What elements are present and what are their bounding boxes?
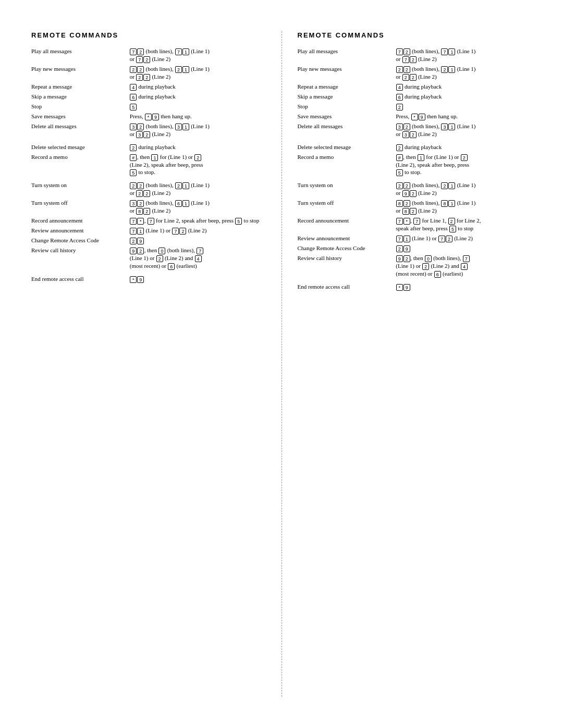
command-action: Delete selected mesage	[31, 142, 130, 152]
command-keys: 22 (both lines), 21 (Line 1)or 92 (Line …	[396, 180, 532, 198]
command-keys: *9	[130, 274, 266, 284]
command-keys: 71 (Line 1) or 72 (Line 2)	[396, 233, 532, 243]
right-column: REMOTE COMMANDS Play all messages72 (bot…	[287, 31, 543, 697]
command-keys: 71 (Line 1) or 72 (Line 2)	[130, 226, 266, 236]
command-row: Stop2	[298, 102, 532, 112]
command-row: End remote access call*9	[31, 274, 266, 284]
command-row: Record a memo#, then 1 for (Line 1) or 2…	[31, 152, 266, 178]
command-action: Play all messages	[298, 46, 396, 64]
command-action: Stop	[298, 102, 396, 112]
command-row: Change Remote Access Code29	[31, 236, 266, 245]
page: REMOTE COMMANDS Play all messages72 (bot…	[0, 0, 563, 728]
command-action: Turn system off	[298, 198, 396, 216]
command-row: Repeat a message4 during playback	[298, 82, 532, 92]
command-action: Turn system on	[31, 180, 130, 198]
command-action: Review announcement	[298, 233, 396, 243]
command-keys: 7*, 7 for Line 2, speak after beep, pres…	[130, 216, 266, 226]
command-action: Skip a message	[298, 92, 396, 102]
command-action: Review announcement	[31, 226, 130, 236]
command-keys: *9	[396, 282, 532, 292]
command-action: Play new messages	[298, 64, 396, 82]
command-keys: 92, then 0 (both lines), 7(Line 1) or 2 …	[396, 253, 532, 279]
command-keys: 29	[130, 236, 266, 245]
command-row: Turn system on22 (both lines), 21 (Line …	[298, 180, 532, 198]
command-keys: 6 during playback	[130, 92, 266, 102]
command-action: Turn system off	[31, 198, 130, 216]
command-action: Record a memo	[298, 152, 396, 178]
command-keys: 32 (both lines), 31 (Line 1)or 32 (Line …	[396, 121, 532, 139]
command-keys: 22 (both lines), 21 (Line 1)or 22 (Line …	[130, 64, 266, 82]
command-action: Delete all messages	[298, 121, 396, 139]
command-row: Turn system off82 (both lines), 81 (Line…	[298, 198, 532, 216]
command-row: Review announcement71 (Line 1) or 72 (Li…	[298, 233, 532, 243]
command-row: Stop5	[31, 102, 266, 112]
command-action: Delete all messages	[31, 121, 130, 139]
command-row: Turn system on22 (both lines), 21 (Line …	[31, 180, 266, 198]
command-keys: Press, *9 then hang up.	[130, 112, 266, 121]
command-row: Delete selected mesage2 during playback	[298, 142, 532, 152]
command-action: Save messages	[298, 112, 396, 121]
right-command-table: Play all messages72 (both lines), 71 (Li…	[298, 46, 532, 292]
command-row: Play new messages22 (both lines), 21 (Li…	[31, 64, 266, 82]
left-column: REMOTE COMMANDS Play all messages72 (bot…	[21, 31, 276, 697]
command-action: Change Remote Access Code	[31, 236, 130, 245]
command-action: Record announcement	[31, 216, 130, 226]
left-command-table: Play all messages72 (both lines), 71 (Li…	[31, 46, 266, 284]
command-keys: 4 during playback	[130, 82, 266, 92]
command-action: Record announcement	[298, 216, 396, 233]
command-keys: 2 during playback	[130, 142, 266, 152]
command-row: Save messagesPress, *9 then hang up.	[31, 112, 266, 121]
left-section-title: REMOTE COMMANDS	[31, 31, 266, 39]
command-row: Play all messages72 (both lines), 71 (Li…	[31, 46, 266, 64]
command-action: Play new messages	[31, 64, 130, 82]
command-row: Record a memo#, then 1 for (Line 1) or 2…	[298, 152, 532, 178]
command-row: Record announcement7*, 7 for Line 2, spe…	[31, 216, 266, 226]
command-keys: 7*, 7 for Line 1, 2 for Line 2,speak aft…	[396, 216, 532, 233]
command-row: Play new messages22 (both lines), 21 (Li…	[298, 64, 532, 82]
command-row: Change Remote Access Code29	[298, 243, 532, 253]
command-action: End remote access call	[31, 274, 130, 284]
command-keys: 29	[396, 243, 532, 253]
command-row: End remote access call*9	[298, 282, 532, 292]
command-keys: 82 (both lines), 81 (Line 1)or 82 (Line …	[396, 198, 532, 216]
command-keys: 2 during playback	[396, 142, 532, 152]
command-action: Skip a message	[31, 92, 130, 102]
command-keys: 6 during playback	[396, 92, 532, 102]
command-keys: 72 (both lines), 71 (Line 1)or 72 (Line …	[396, 46, 532, 64]
command-keys: 22 (both lines), 21 (Line 1)or 22 (Line …	[396, 64, 532, 82]
command-action: Delete selected mesage	[298, 142, 396, 152]
command-row: Delete all messages32 (both lines), 31 (…	[31, 121, 266, 139]
command-action: Review call history	[31, 245, 130, 271]
command-action: Record a memo	[31, 152, 130, 178]
command-action: Change Remote Access Code	[298, 243, 396, 253]
command-row: Review call history92, then 0 (both line…	[31, 245, 266, 271]
command-action: Stop	[31, 102, 130, 112]
command-keys: 5	[130, 102, 266, 112]
command-action: Play all messages	[31, 46, 130, 64]
command-row: Delete all messages32 (both lines), 31 (…	[298, 121, 532, 139]
right-section-title: REMOTE COMMANDS	[298, 31, 532, 39]
command-action: Turn system on	[298, 180, 396, 198]
command-action: Save messages	[31, 112, 130, 121]
command-row: Review call history92, then 0 (both line…	[298, 253, 532, 279]
command-keys: 32 (both lines), 61 (Line 1)or 82 (Line …	[130, 198, 266, 216]
command-action: Repeat a message	[31, 82, 130, 92]
command-keys: Press, *9 then hang up.	[396, 112, 532, 121]
command-keys: #, then 1 for (Line 1) or 2(Line 2), spe…	[130, 152, 266, 178]
command-keys: 22 (both lines), 21 (Line 1)or 22 (Line …	[130, 180, 266, 198]
command-row: Skip a message6 during playback	[31, 92, 266, 102]
command-row: Repeat a message4 during playback	[31, 82, 266, 92]
command-row: Delete selected mesage2 during playback	[31, 142, 266, 152]
command-row: Record announcement7*, 7 for Line 1, 2 f…	[298, 216, 532, 233]
command-action: Review call history	[298, 253, 396, 279]
command-keys: 4 during playback	[396, 82, 532, 92]
command-keys: #, then 1 for (Line 1) or 2(Line 2), spe…	[396, 152, 532, 178]
command-keys: 72 (both lines), 71 (Line 1)or 72 (Line …	[130, 46, 266, 64]
command-keys: 32 (both lines), 31 (Line 1)or 32 (Line …	[130, 121, 266, 139]
command-row: Review announcement71 (Line 1) or 72 (Li…	[31, 226, 266, 236]
command-keys: 92, then 0 (both lines), 7(Line 1) or 2 …	[130, 245, 266, 271]
command-action: End remote access call	[298, 282, 396, 292]
column-divider	[282, 31, 282, 697]
command-action: Repeat a message	[298, 82, 396, 92]
command-row: Turn system off32 (both lines), 61 (Line…	[31, 198, 266, 216]
